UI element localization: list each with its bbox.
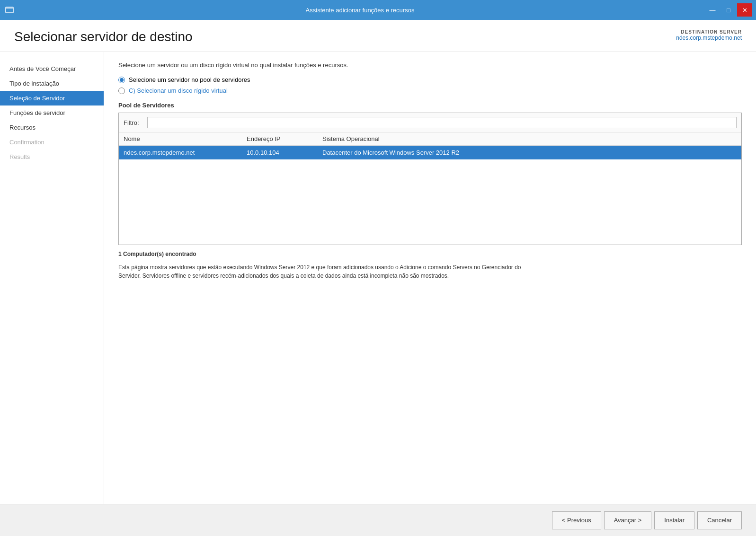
main-content: Selecione um servidor ou um disco rígido…: [104, 52, 756, 504]
table-cell-os: Datacenter do Microsoft Windows Server 2…: [322, 149, 737, 156]
col-header-os: Sistema Operacional: [322, 135, 737, 142]
table-cell-ip: 10.0.10.104: [247, 149, 322, 156]
footer: < Previous Avançar > Instalar Cancelar: [0, 504, 756, 536]
sidebar-item-server-roles[interactable]: Funções de servidor: [0, 105, 104, 120]
sidebar-item-confirmation: Confirmation: [0, 135, 104, 149]
install-button[interactable]: Instalar: [654, 511, 694, 529]
filter-label: Filtro:: [124, 119, 142, 126]
sidebar-item-server-selection[interactable]: Seleção de Servidor: [0, 91, 104, 105]
table-cell-name: ndes.corp.mstepdemo.net: [124, 149, 247, 156]
pool-section-label: Pool de Servidores: [118, 102, 742, 109]
window-title: Assistente adicionar funções e recursos: [15, 7, 705, 14]
col-header-ip: Endereço IP: [247, 135, 322, 142]
sidebar-item-results: Results: [0, 149, 104, 164]
radio-server-pool-input[interactable]: [118, 77, 125, 83]
info-text: Esta página mostra servidores que estão …: [118, 263, 544, 280]
window-controls: — □ ✕: [705, 3, 752, 17]
minimize-button[interactable]: —: [705, 3, 720, 17]
maximize-button[interactable]: □: [721, 3, 736, 17]
next-button[interactable]: Avançar >: [604, 511, 652, 529]
col-header-name: Nome: [124, 135, 247, 142]
svg-rect-1: [6, 7, 13, 9]
server-pool-box: Filtro: Nome Endereço IP Sistema Operaci…: [118, 113, 742, 245]
sidebar: Antes de Você Começar Tipo de instalação…: [0, 52, 104, 504]
filter-input[interactable]: [147, 117, 737, 128]
previous-button[interactable]: < Previous: [552, 511, 601, 529]
count-text: 1 Computador(s) encontrado: [118, 251, 742, 257]
sidebar-item-install-type[interactable]: Tipo de instalação: [0, 76, 104, 91]
app-icon: [4, 4, 15, 16]
table-header: Nome Endereço IP Sistema Operacional: [119, 132, 741, 146]
window-content: Selecionar servidor de destino DESTINATI…: [0, 20, 756, 536]
radio-group: Selecione um servidor no pool de servido…: [118, 76, 742, 94]
table-empty-area: [119, 159, 741, 245]
table-row[interactable]: ndes.corp.mstepdemo.net 10.0.10.104 Data…: [119, 146, 741, 159]
radio-vhd-input[interactable]: [118, 88, 125, 94]
header-area: Selecionar servidor de destino DESTINATI…: [0, 20, 756, 52]
instruction-text: Selecione um servidor ou um disco rígido…: [118, 62, 742, 69]
filter-row: Filtro:: [119, 113, 741, 132]
radio-server-pool[interactable]: Selecione um servidor no pool de servido…: [118, 76, 742, 83]
radio-vhd-link[interactable]: C) Selecionar um disco rígido virtual: [129, 87, 228, 94]
destination-value: ndes.corp.mstepdemo.net: [676, 35, 742, 41]
cancel-button[interactable]: Cancelar: [697, 511, 742, 529]
body-area: Antes de Você Começar Tipo de instalação…: [0, 52, 756, 504]
sidebar-item-resources[interactable]: Recursos: [0, 120, 104, 135]
page-title: Selecionar servidor de destino: [14, 29, 193, 44]
close-button[interactable]: ✕: [737, 3, 752, 17]
sidebar-item-before-begin[interactable]: Antes de Você Começar: [0, 62, 104, 76]
radio-vhd[interactable]: C) Selecionar um disco rígido virtual: [118, 87, 742, 94]
destination-label: DESTINATION SERVER: [676, 29, 742, 35]
title-bar: Assistente adicionar funções e recursos …: [0, 0, 756, 20]
destination-server-info: DESTINATION SERVER ndes.corp.mstepdemo.n…: [676, 29, 742, 41]
